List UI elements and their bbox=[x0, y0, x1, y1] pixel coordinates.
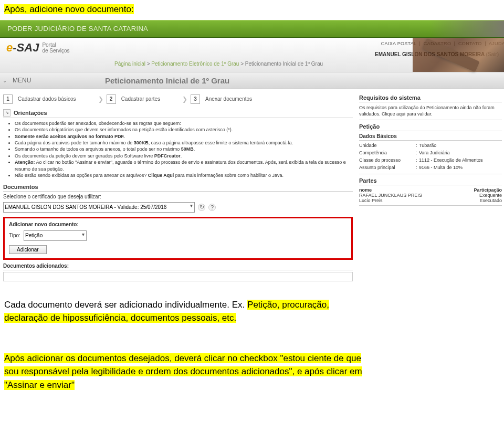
dados-title: Dados Básicos bbox=[359, 133, 502, 141]
documents-added-heading: Documentos adicionados: bbox=[3, 263, 353, 270]
tipo-label: Tipo: bbox=[9, 233, 20, 238]
breadcrumb-mid[interactable]: Peticionamento Eletrônico de 1º Grau bbox=[151, 61, 239, 67]
instruction-top: Após, adicione novo documento: bbox=[4, 4, 134, 14]
collapse-icon[interactable]: ↘ bbox=[3, 109, 10, 117]
requisitos-text: Os requisitos para utilização do Peticio… bbox=[359, 104, 502, 118]
court-title: PODER JUDICIÁRIO DE SANTA CATARINA bbox=[0, 25, 148, 33]
instruction-bottom: Cada documento deverá ser adicionado ind… bbox=[0, 286, 504, 392]
site-header: e-SAJ Portalde Serviços CAIXA POSTAL | C… bbox=[0, 38, 504, 72]
partes-title: Partes bbox=[359, 177, 502, 185]
certificate-label: Selecione o certificado que deseja utili… bbox=[3, 194, 353, 199]
help-icon[interactable]: ? bbox=[208, 204, 216, 211]
tipo-select[interactable] bbox=[24, 230, 87, 241]
refresh-icon[interactable]: ↻ bbox=[198, 204, 205, 211]
app-screenshot: PODER JUDICIÁRIO DE SANTA CATARINA e-SAJ… bbox=[0, 20, 504, 281]
documents-added-empty bbox=[3, 272, 353, 281]
add-document-panel: Adicionar novo documento: Tipo: Adiciona… bbox=[3, 217, 353, 260]
orientations-heading: ↘ Orientações bbox=[3, 109, 353, 118]
adicionar-button[interactable]: Adicionar bbox=[9, 245, 47, 254]
parte-row: Lucio PreisExecutado bbox=[359, 198, 502, 203]
wizard-steps: 1Cadastrar dados básicos ❯ 2Cadastrar pa… bbox=[3, 94, 353, 104]
breadcrumb-home[interactable]: Página inicial bbox=[114, 61, 145, 67]
subheader: ⌄ MENU Peticionamento Inicial de 1º Grau bbox=[0, 72, 504, 89]
documents-heading: Documentos bbox=[3, 184, 353, 192]
wizard-step-2[interactable]: 2Cadastrar partes bbox=[107, 94, 160, 104]
menu-chevron-icon[interactable]: ⌄ bbox=[0, 78, 9, 83]
court-topbar: PODER JUDICIÁRIO DE SANTA CATARINA bbox=[0, 20, 504, 38]
menu-label[interactable]: MENU bbox=[9, 77, 105, 84]
parte-row: RAFAEL JUNCKLAUS PREISExequente bbox=[359, 193, 502, 198]
requisitos-title: Requisitos do sistema bbox=[359, 94, 502, 102]
certificate-select[interactable] bbox=[3, 202, 195, 213]
breadcrumb: Página inicial > Peticionamento Eletrôni… bbox=[114, 61, 323, 67]
wizard-step-3[interactable]: 3Anexar documentos bbox=[191, 94, 252, 104]
chevron-right-icon: ❯ bbox=[98, 96, 103, 103]
gavel-image bbox=[413, 38, 504, 72]
peticao-title: Petição bbox=[359, 123, 502, 131]
wizard-step-1[interactable]: 1Cadastrar dados básicos bbox=[3, 94, 76, 104]
add-doc-title: Adicionar novo documento: bbox=[9, 222, 347, 227]
chevron-right-icon: ❯ bbox=[182, 96, 187, 103]
topbar-city-photo bbox=[430, 20, 504, 37]
rules-list: Os documentos poderão ser anexados, obed… bbox=[3, 120, 353, 179]
esaj-logo: e-SAJ Portalde Serviços bbox=[6, 41, 70, 55]
page-title: Peticionamento Inicial de 1º Grau bbox=[105, 76, 229, 85]
